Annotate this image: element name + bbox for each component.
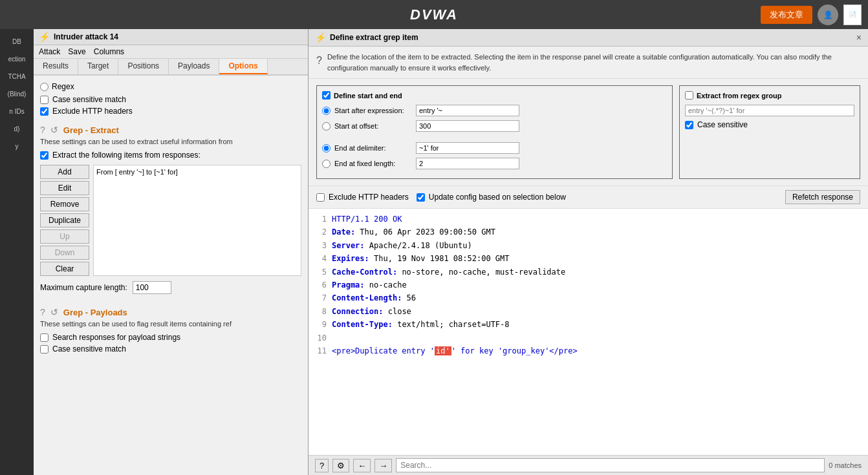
tab-positions[interactable]: Positions: [118, 59, 169, 74]
line-num-3: 3: [314, 239, 327, 252]
forward-btn[interactable]: →: [374, 459, 392, 472]
response-line-1: 1 HTTP/1.1 200 OK: [314, 213, 863, 226]
dialog-info-icon: ?: [316, 53, 322, 69]
sidebar-item-ection[interactable]: ection: [0, 52, 34, 67]
dialog-lightning-icon: ⚡: [315, 32, 326, 43]
publish-button[interactable]: 发布文章: [761, 6, 812, 24]
start-after-input[interactable]: [416, 105, 519, 116]
grep-payloads-info-icon: ?: [40, 307, 45, 317]
back-btn[interactable]: ←: [353, 459, 371, 472]
extract-checkbox-label: Extract the following items from respons…: [52, 151, 201, 160]
start-after-label: Start after expression:: [334, 107, 412, 114]
extract-controls: Add Edit Remove Duplicate Up Down Clear …: [40, 165, 301, 276]
line-num-9: 9: [314, 318, 327, 331]
end-delimiter-radio[interactable]: [322, 144, 331, 153]
highlighted-id: id': [435, 346, 451, 355]
up-button[interactable]: Up: [40, 229, 89, 244]
search-payloads-checkbox[interactable]: [40, 333, 49, 342]
regex-case-sensitive-label: Case sensitive: [697, 120, 748, 129]
end-fixed-input[interactable]: [416, 158, 519, 169]
start-offset-radio[interactable]: [322, 122, 331, 131]
close-button[interactable]: ×: [856, 32, 862, 43]
intruder-menu-bar: Attack Save Columns: [34, 45, 308, 59]
menu-attack[interactable]: Attack: [39, 47, 60, 56]
grep-payloads-title: Grep - Payloads: [63, 308, 127, 317]
regex-input[interactable]: [685, 105, 854, 116]
extract-regex-checkbox[interactable]: [685, 91, 693, 100]
tab-payloads[interactable]: Payloads: [169, 59, 219, 74]
sidebar-item-d[interactable]: d): [0, 121, 34, 136]
left-sidebar: DB ection TCHA (Blind) n IDs d) y: [0, 29, 34, 475]
start-after-radio[interactable]: [322, 107, 331, 115]
regex-box-title: Extract from regex group: [685, 91, 854, 100]
duplicate-button[interactable]: Duplicate: [40, 213, 89, 227]
end-delimiter-label: End at delimiter:: [334, 144, 412, 152]
line-content-4: Expires: Thu, 19 Nov 1981 08:52:00 GMT: [332, 252, 510, 265]
define-start-end-box: Define start and end Start after express…: [316, 85, 673, 179]
grep-extract-desc: These settings can be used to extract us…: [40, 138, 301, 145]
edit-button[interactable]: Edit: [40, 181, 89, 195]
sidebar-item-y[interactable]: y: [0, 139, 34, 154]
response-line-11[interactable]: 11 <pre>Duplicate entry 'id'' for key 'g…: [314, 344, 863, 357]
response-line-2: 2 Date: Thu, 06 Apr 2023 09:00:50 GMT: [314, 226, 863, 238]
dialog-title-left: ⚡ Define extract grep item: [315, 32, 418, 43]
browser-top-bar: DVWA 发布文章 👤 📄: [0, 0, 868, 29]
tab-target[interactable]: Target: [78, 59, 118, 74]
update-config-checkbox[interactable]: [417, 193, 425, 202]
regex-box: Extract from regex group Case sensitive: [679, 85, 860, 179]
tab-options[interactable]: Options: [219, 59, 267, 74]
line-num-11: 11: [314, 344, 327, 357]
sidebar-item-blind[interactable]: (Blind): [0, 87, 34, 101]
main-layout: DB ection TCHA (Blind) n IDs d) y ⚡ Intr…: [0, 29, 868, 475]
remove-button[interactable]: Remove: [40, 197, 89, 211]
resp-exclude-http-checkbox[interactable]: [316, 193, 325, 202]
end-delimiter-input[interactable]: [416, 142, 519, 154]
help-btn[interactable]: ?: [315, 459, 329, 472]
start-offset-input[interactable]: [416, 120, 519, 132]
dialog-desc-text: Define the location of the item to be ex…: [327, 52, 860, 73]
grep-payloads-refresh-icon[interactable]: ↺: [50, 307, 58, 317]
extract-content-area: From [ entry '~] to [~1' for]: [93, 165, 301, 276]
line-num-7: 7: [314, 291, 327, 304]
end-fixed-radio[interactable]: [322, 160, 331, 168]
regex-radio[interactable]: [40, 83, 49, 91]
exclude-http-label: Exclude HTTP headers: [52, 107, 133, 116]
define-start-end-checkbox[interactable]: [322, 91, 331, 100]
sidebar-item-ids[interactable]: n IDs: [0, 104, 34, 119]
menu-columns[interactable]: Columns: [94, 47, 124, 56]
line-num-2: 2: [314, 226, 327, 238]
browser-logo: DVWA: [410, 6, 458, 23]
grep-payloads-section: ? ↺ Grep - Payloads These settings can b…: [40, 307, 301, 354]
line-content-3: Server: Apache/2.4.18 (Ubuntu): [332, 239, 472, 252]
tab-results[interactable]: Results: [34, 59, 78, 74]
regex-case-sensitive-checkbox[interactable]: [685, 121, 693, 129]
refetch-button[interactable]: Refetch response: [785, 190, 860, 204]
down-button[interactable]: Down: [40, 246, 89, 260]
dialog-bottom-toolbar: ? ⚙ ← → 0 matches: [309, 455, 868, 475]
intruder-panel-title: Intruder attack 14: [54, 32, 118, 41]
settings-btn[interactable]: ⚙: [332, 459, 349, 472]
payload-case-sensitive-checkbox[interactable]: [40, 345, 49, 354]
add-button[interactable]: Add: [40, 165, 89, 179]
line-content-11: <pre>Duplicate entry 'id'' for key 'grou…: [332, 344, 578, 357]
menu-save[interactable]: Save: [68, 47, 85, 56]
sidebar-item-db[interactable]: DB: [0, 34, 34, 49]
case-sensitive-checkbox[interactable]: [40, 96, 49, 104]
search-input[interactable]: [396, 458, 825, 472]
capture-input[interactable]: [133, 281, 171, 294]
doc-icon: 📄: [843, 5, 862, 25]
line-content-8: Connection: close: [332, 305, 411, 318]
grep-extract-refresh-icon[interactable]: ↺: [50, 125, 58, 135]
start-offset-row: Start at offset:: [322, 120, 667, 132]
line-num-5: 5: [314, 266, 327, 279]
extract-checkbox[interactable]: [40, 151, 49, 160]
response-line-5: 5 Cache-Control: no-store, no-cache, mus…: [314, 266, 863, 279]
end-delimiter-row: End at delimiter:: [322, 142, 667, 154]
exclude-http-checkbox[interactable]: [40, 107, 49, 116]
sidebar-item-tcha[interactable]: TCHA: [0, 69, 34, 84]
options-panel-content: Regex Case sensitive match Exclude HTTP …: [34, 76, 308, 475]
response-line-6: 6 Pragma: no-cache: [314, 279, 863, 291]
dialog-title: Define extract grep item: [330, 33, 418, 42]
clear-button[interactable]: Clear: [40, 262, 89, 276]
start-after-row: Start after expression:: [322, 105, 667, 116]
